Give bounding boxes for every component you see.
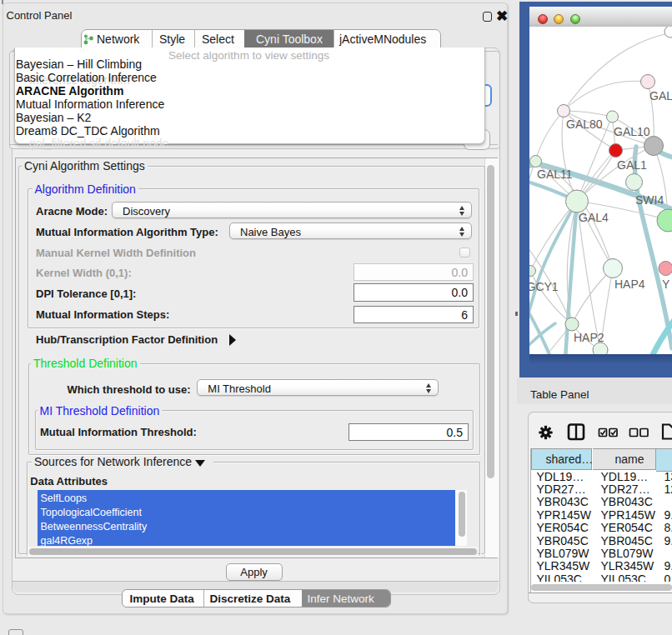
svg-text:GAL4: GAL4 [579,211,609,224]
svg-text:GAL10: GAL10 [614,125,650,138]
svg-text:GCY1: GCY1 [529,280,559,293]
svg-text:GAL11: GAL11 [537,168,573,181]
svg-text:HAP2: HAP2 [574,331,604,344]
svg-text:GAL80: GAL80 [566,118,603,131]
svg-text:HAP4: HAP4 [614,278,645,291]
svg-text:Y: Y [662,278,670,291]
svg-text:GAL1: GAL1 [617,158,647,172]
svg-text:GAL: GAL [649,89,672,102]
svg-text:SWI4: SWI4 [635,193,664,207]
